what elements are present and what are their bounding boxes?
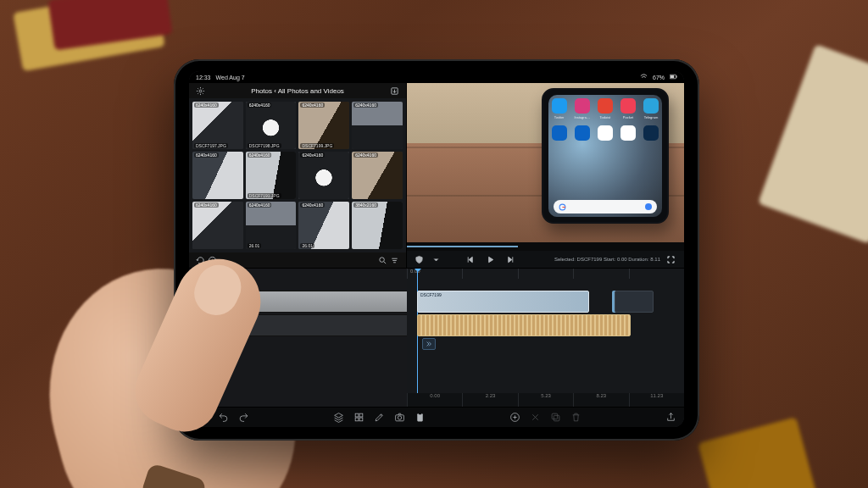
phone-app-icon [643, 98, 659, 114]
search-icon[interactable] [377, 254, 389, 266]
phone-app-icon [575, 125, 590, 141]
svg-rect-15 [418, 413, 420, 414]
svg-point-3 [199, 90, 202, 92]
svg-rect-9 [359, 413, 363, 417]
close-icon[interactable] [528, 411, 542, 424]
thumb-filename: 26.01 [300, 243, 314, 248]
play-icon[interactable] [484, 253, 496, 265]
ruler-tick: 8.23 [573, 393, 628, 407]
timeline-clip-video[interactable] [615, 291, 654, 313]
svg-rect-14 [417, 413, 423, 421]
media-thumbnail[interactable]: 6240x4160 [192, 152, 243, 199]
thumb-dimensions: 3840x2160 [353, 202, 378, 208]
status-time: 12:33 [196, 75, 211, 80]
thumb-dimensions: 6240x4160 [248, 103, 272, 108]
undo-icon[interactable] [216, 411, 230, 424]
chevron-down-icon[interactable] [431, 253, 442, 265]
share-icon[interactable] [664, 411, 677, 424]
desk-object [758, 44, 868, 244]
grid-icon[interactable] [352, 411, 365, 424]
thumb-dimensions: 6240x4160 [353, 152, 378, 158]
ruler-tick: 11.23 [629, 393, 684, 407]
thumb-filename: DSCF7198.JPG [248, 143, 281, 148]
copy-icon[interactable] [548, 411, 562, 424]
phone-app-icon [598, 98, 613, 114]
bottom-toolbar [189, 407, 684, 427]
phone-app-icon [552, 98, 567, 114]
thumb-dimensions: 6240x4160 [300, 202, 325, 208]
import-icon[interactable] [389, 85, 401, 97]
battery-percent: 67% [653, 75, 665, 80]
thumb-dimensions: 6240x4160 [300, 152, 325, 158]
shield-icon[interactable] [414, 253, 426, 265]
settings-icon[interactable] [194, 85, 206, 97]
thumbnail-grid: 6240x4160DSCF7197.JPG6240x4160DSCF7198.J… [189, 98, 406, 252]
library-breadcrumb[interactable]: Photos ‹ All Photos and Videos [209, 87, 386, 95]
phone-app-icon [620, 125, 636, 141]
mic-icon [645, 203, 652, 210]
media-thumbnail[interactable]: 3840x2160 [352, 202, 403, 249]
google-search-bar [554, 200, 657, 214]
preview-panel: Selected: DSCF7199 Start: 0.00 Duration:… [407, 83, 684, 268]
media-thumbnail[interactable]: 6240x4160 [352, 102, 403, 149]
skip-forward-icon[interactable] [504, 253, 516, 265]
media-thumbnail[interactable]: 6240x416026.01 [298, 202, 349, 249]
clip-label: DSCF7199 [420, 292, 442, 297]
phone-app-icon [575, 98, 590, 114]
media-library: Photos ‹ All Photos and Videos 6240x4160… [189, 83, 407, 268]
wifi-icon [640, 73, 648, 81]
timeline[interactable]: 0.00 DSCF7199 0.002.235.238.2311.23 [407, 269, 684, 407]
preview-info-text: Selected: DSCF7199 Start: 0.00 Duration:… [554, 257, 660, 262]
thumb-dimensions: 6240x4160 [353, 103, 378, 108]
add-icon[interactable] [508, 411, 521, 424]
svg-rect-8 [355, 413, 359, 417]
phone-app-icon [552, 125, 567, 141]
media-thumbnail[interactable]: 6240x4160DSCF7199.JPG [298, 102, 349, 149]
thumb-filename: DSCF7199.JPG [300, 143, 334, 148]
preview-scrubber[interactable] [407, 242, 684, 251]
playhead[interactable] [417, 269, 418, 407]
expand-icon[interactable] [665, 253, 677, 265]
svg-point-13 [398, 416, 401, 419]
media-thumbnail[interactable]: 6240x4160 [352, 152, 403, 199]
ruler-tick: 2.23 [462, 393, 517, 407]
timeline-marker[interactable] [422, 338, 436, 350]
svg-rect-10 [355, 418, 359, 421]
preview-viewport[interactable] [407, 83, 684, 242]
skip-back-icon[interactable] [464, 253, 476, 265]
svg-rect-18 [552, 413, 558, 419]
media-thumbnail[interactable]: 6240x416026.01 [246, 202, 297, 249]
sort-icon[interactable] [389, 254, 401, 266]
clipboard-icon[interactable] [413, 411, 426, 424]
media-thumbnail[interactable]: 6240x4160 [298, 152, 349, 199]
trash-icon[interactable] [569, 411, 582, 424]
thumb-filename: DSCF7197.JPG [194, 143, 228, 148]
status-bar: 12:33 Wed Aug 7 67% [189, 71, 684, 83]
pencil-icon[interactable] [372, 411, 386, 424]
phone-app-icon [643, 125, 659, 141]
tablet-device: 12:33 Wed Aug 7 67% Photos ‹ All Photos … [174, 59, 699, 441]
thumb-filename: DSCF7191.JPG [248, 193, 281, 198]
svg-rect-11 [359, 418, 363, 421]
camera-icon[interactable] [392, 411, 406, 424]
redo-icon[interactable] [236, 411, 250, 424]
google-g-icon [559, 203, 566, 211]
timeline-clip-audio[interactable] [417, 314, 631, 336]
timeline-ruler[interactable]: 0.002.235.238.2311.23 [407, 393, 684, 407]
thumb-filename: 26.01 [248, 243, 262, 248]
ruler-tick: 0.00 [407, 393, 462, 407]
media-thumbnail[interactable]: 6240x4160DSCF7197.JPG [192, 102, 243, 149]
thumb-dimensions: 6240x4160 [300, 103, 325, 108]
media-thumbnail[interactable]: 6240x4160DSCF7198.JPG [246, 102, 297, 149]
preview-phone [542, 88, 669, 224]
svg-point-6 [380, 258, 385, 263]
thumb-dimensions: 6240x4160 [194, 202, 219, 208]
thumb-dimensions: 6240x4160 [248, 202, 272, 208]
media-thumbnail[interactable]: 6240x4160 [192, 202, 243, 249]
svg-rect-17 [554, 415, 559, 421]
media-thumbnail[interactable]: 6240x4160DSCF7191.JPG [246, 152, 297, 199]
svg-rect-1 [670, 75, 675, 78]
layers-icon[interactable] [331, 411, 345, 424]
status-date: Wed Aug 7 [216, 75, 245, 80]
timeline-clip-video[interactable]: DSCF7199 [417, 291, 589, 313]
